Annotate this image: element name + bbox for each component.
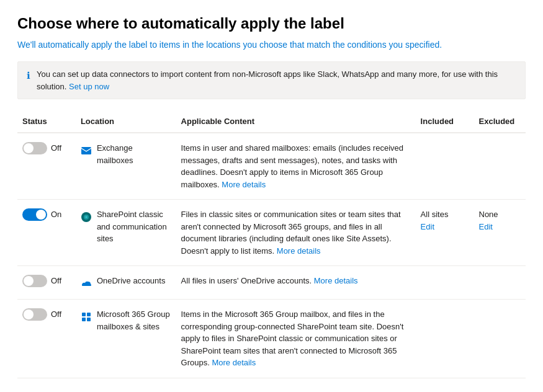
table-row: Off OneDrive accounts All files in users… [17, 266, 526, 300]
location-cell-onedrive: OneDrive accounts [76, 266, 176, 300]
location-name-onedrive: OneDrive accounts [97, 275, 166, 287]
location-wrap-m365: Microsoft 365 Group mailboxes & sites [81, 308, 171, 332]
location-icon-sharepoint [81, 209, 92, 224]
excluded-value-sharepoint: None [479, 208, 521, 221]
content-text-onedrive: All files in users' OneDrive accounts. M… [181, 276, 358, 285]
location-wrap-onedrive: OneDrive accounts [81, 275, 171, 290]
svg-rect-0 [81, 147, 91, 154]
content-text-m365: Items in the Microsoft 365 Group mailbox… [181, 310, 404, 367]
included-cell-m365 [416, 300, 474, 378]
col-header-included: Included [416, 112, 474, 133]
more-details-onedrive[interactable]: More details [314, 276, 358, 285]
included-cell-exchange [416, 133, 474, 200]
toggle-sharepoint[interactable] [22, 208, 47, 221]
svg-rect-5 [87, 313, 91, 316]
svg-rect-6 [82, 318, 86, 321]
more-details-m365[interactable]: More details [212, 358, 256, 367]
status-cell-onedrive: Off [17, 266, 76, 300]
toggle-m365[interactable] [22, 308, 47, 321]
svg-rect-7 [87, 318, 91, 321]
location-name-sharepoint: SharePoint classic and communication sit… [97, 208, 171, 245]
excluded-cell-exchange [474, 133, 526, 200]
table-row: Off Microsoft 365 Group mailboxes & site… [17, 300, 526, 378]
toggle-exchange[interactable] [22, 142, 47, 154]
col-header-excluded: Excluded [474, 112, 526, 133]
col-header-status: Status [17, 112, 76, 133]
table-header-row: Status Location Applicable Content Inclu… [17, 112, 526, 133]
table-row: Off Exchange mailboxes Items in user and… [17, 133, 526, 200]
content-cell-exchange: Items in user and shared mailboxes: emai… [176, 133, 416, 200]
content-cell-onedrive: All files in users' OneDrive accounts. M… [176, 266, 416, 300]
toggle-wrap-sharepoint: On [22, 208, 71, 221]
page-subtitle: We'll automatically apply the label to i… [17, 38, 526, 51]
locations-table: Status Location Applicable Content Inclu… [17, 112, 526, 378]
location-icon-m365 [81, 309, 92, 324]
toggle-onedrive[interactable] [22, 275, 47, 287]
toggle-label-onedrive: Off [51, 275, 61, 287]
included-edit-sharepoint[interactable]: Edit [421, 221, 469, 233]
location-wrap-exchange: Exchange mailboxes [81, 142, 171, 166]
col-header-content: Applicable Content [176, 112, 416, 133]
excluded-edit-sharepoint[interactable]: Edit [479, 221, 521, 233]
svg-rect-4 [82, 313, 86, 316]
info-icon: ℹ [27, 69, 30, 83]
location-icon-exchange [81, 143, 92, 158]
page-title: Choose where to automatically apply the … [17, 15, 526, 32]
excluded-cell-onedrive [474, 266, 526, 300]
status-cell-m365: Off [17, 300, 76, 378]
included-value-sharepoint: All sites [421, 208, 469, 221]
toggle-label-m365: Off [51, 308, 61, 321]
banner-text: You can set up data connectors to import… [37, 68, 516, 92]
location-cell-m365: Microsoft 365 Group mailboxes & sites [76, 300, 176, 378]
location-cell-sharepoint: SharePoint classic and communication sit… [76, 200, 176, 266]
location-wrap-sharepoint: SharePoint classic and communication sit… [81, 208, 171, 245]
content-cell-sharepoint: Files in classic sites or communication … [176, 200, 416, 266]
info-banner: ℹ You can set up data connectors to impo… [17, 61, 526, 99]
toggle-wrap-exchange: Off [22, 142, 71, 154]
toggle-wrap-onedrive: Off [22, 275, 71, 287]
location-cell-exchange: Exchange mailboxes [76, 133, 176, 200]
content-text-sharepoint: Files in classic sites or communication … [181, 210, 401, 256]
location-name-m365: Microsoft 365 Group mailboxes & sites [97, 308, 171, 332]
toggle-label-sharepoint: On [51, 208, 61, 221]
location-icon-onedrive [81, 275, 92, 290]
setup-link[interactable]: Set up now [69, 82, 109, 91]
location-name-exchange: Exchange mailboxes [97, 142, 171, 166]
svg-point-3 [85, 216, 87, 218]
excluded-cell-m365 [474, 300, 526, 378]
included-cell-sharepoint: All sites Edit [416, 200, 474, 266]
more-details-sharepoint[interactable]: More details [277, 246, 321, 256]
content-text-exchange: Items in user and shared mailboxes: emai… [181, 143, 403, 189]
more-details-exchange[interactable]: More details [222, 180, 266, 189]
status-cell-sharepoint: On [17, 200, 76, 266]
toggle-wrap-m365: Off [22, 308, 71, 321]
status-cell-exchange: Off [17, 133, 76, 200]
content-cell-m365: Items in the Microsoft 365 Group mailbox… [176, 300, 416, 378]
included-cell-onedrive [416, 266, 474, 300]
toggle-label-exchange: Off [51, 142, 61, 154]
table-row: On SharePoint classic and communication … [17, 200, 526, 266]
col-header-location: Location [76, 112, 176, 133]
excluded-cell-sharepoint: None Edit [474, 200, 526, 266]
